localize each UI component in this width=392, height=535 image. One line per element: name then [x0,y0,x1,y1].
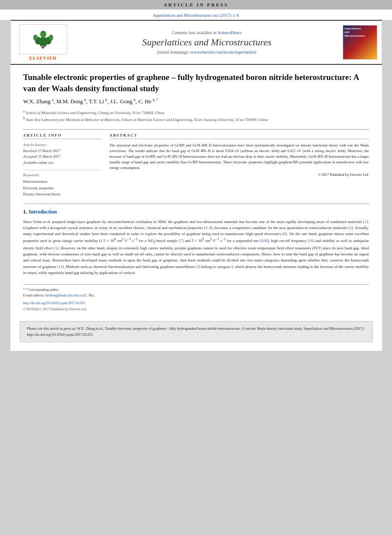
available-online: Available online xxx [23,160,101,166]
contents-line: Contents lists available at ScienceDirec… [76,30,338,35]
introduction-paragraph: Since Geim et al. prepared single-layer … [23,219,369,276]
journal-header-center: Contents lists available at ScienceDirec… [71,30,343,54]
article-dates: Received 27 March 2017 Accepted 31 March… [23,148,101,166]
ref-10: [10] [308,239,314,243]
footnotes: * * Corresponding author. E-mail address… [23,284,369,312]
abstract-text: The structural and electronic properties… [110,143,369,171]
paper-title: Tunable electronic properties of graphen… [23,72,369,94]
ref-2-4: [2–4] [204,226,213,230]
accepted-date: Accepted 31 March 2017 [23,154,101,160]
keyword-3: Density functional theory [23,191,101,197]
email-note: E-mail address: hecheng@mail.xjtu.edu.cn… [23,293,369,299]
ref-11: [11] [57,264,64,269]
ref-5: [5] [348,226,353,230]
science-direct-link[interactable]: ScienceDirect [217,30,242,35]
two-col-section: ARTICLE INFO Article history: Received 2… [23,133,369,197]
info-divider [23,170,101,170]
introduction-header: 1. Introduction [23,207,369,215]
page-wrapper: ELSEVIER Contents lists available at Sci… [10,20,382,351]
abstract-column: ABSTRACT The structural and electronic p… [110,133,369,197]
article-in-press-banner: ARTICLE IN PRESS [0,0,392,10]
section-number: 1. [23,209,27,215]
main-content: Tunable electronic properties of graphen… [10,65,382,317]
journal-reference-line: Superlattices and Microstructures xxx (2… [0,10,392,20]
journal-header: ELSEVIER Contents lists available at Sci… [10,20,382,65]
doi-line: http://dx.doi.org/10.1016/j.spmi.2017.03… [23,300,369,306]
article-history-label: Article history: [23,143,101,147]
keyword-1: Heterostructures [23,178,101,185]
svg-point-8 [42,45,44,47]
journal-thumbnail: SuperlatticesandMicrostructures [343,25,377,60]
ref-1: [1] [363,220,368,224]
affiliation-b: b State Key Laboratory for Mechanical Be… [23,116,369,123]
keywords-label: Keywords: [23,173,101,177]
affiliation-a: a School of Materials Science and Engine… [23,109,369,116]
citation-bar: Please cite this article in press as: W.… [20,321,373,342]
affiliations: a School of Materials Science and Engine… [23,109,369,123]
abstract-copyright: © 2017 Published by Elsevier Ltd. [110,172,369,177]
svg-rect-7 [41,45,42,48]
doi-link[interactable]: http://dx.doi.org/10.1016/j.spmi.2017.03… [23,301,86,305]
article-info-column: ARTICLE INFO Article history: Received 2… [23,133,101,197]
abstract-header: ABSTRACT [110,133,369,139]
authors-line: W.X. Zhang a, M.M. Dong b, T.T. Li b, J.… [23,98,369,105]
journal-homepage: journal homepage: www.elsevier.com/locat… [76,50,338,54]
elsevier-logo: ELSEVIER [15,24,71,61]
svg-point-4 [33,35,38,41]
ref-1b: [1] [54,246,59,250]
journal-title-main: Superlattices and Microstructures [76,37,338,48]
ref-7: [7] [179,239,184,243]
elsevier-label: ELSEVIER [29,55,57,61]
article-info-header: ARTICLE INFO [23,133,101,139]
ref-8-9: [8,9] [260,239,268,243]
svg-point-6 [40,31,46,38]
corresponding-note: * * Corresponding author. [23,287,369,293]
section-divider [23,204,369,204]
keyword-2: Electronic properties [23,185,101,191]
keywords-list: Heterostructures Electronic properties D… [23,178,101,197]
homepage-link[interactable]: www.elsevier.com/locate/superlattices [191,50,257,54]
journal-thumb-inner: SuperlatticesandMicrostructures [343,25,377,59]
section-title: Introduction [29,209,57,215]
banner-label: ARTICLE IN PRESS [164,2,229,7]
divider [23,129,369,130]
ref-6: [6] [283,232,287,236]
received-date: Received 27 March 2017 [23,148,101,154]
svg-point-5 [49,35,53,41]
ref-3: [3] [196,264,201,269]
journal-thumb-text: SuperlatticesandMicrostructures [344,27,365,38]
elsevier-logo-image [19,24,67,54]
elsevier-tree-icon [31,30,55,49]
citation-text: Please cite this article in press as: W.… [27,326,365,337]
license-line: 1749-6036/© 2017 Published by Elsevier L… [23,307,369,312]
journal-ref-text: Superlattices and Microstructures xxx (2… [153,13,239,18]
email-link[interactable]: hecheng@mail.xjtu.edu.cn [45,293,83,297]
